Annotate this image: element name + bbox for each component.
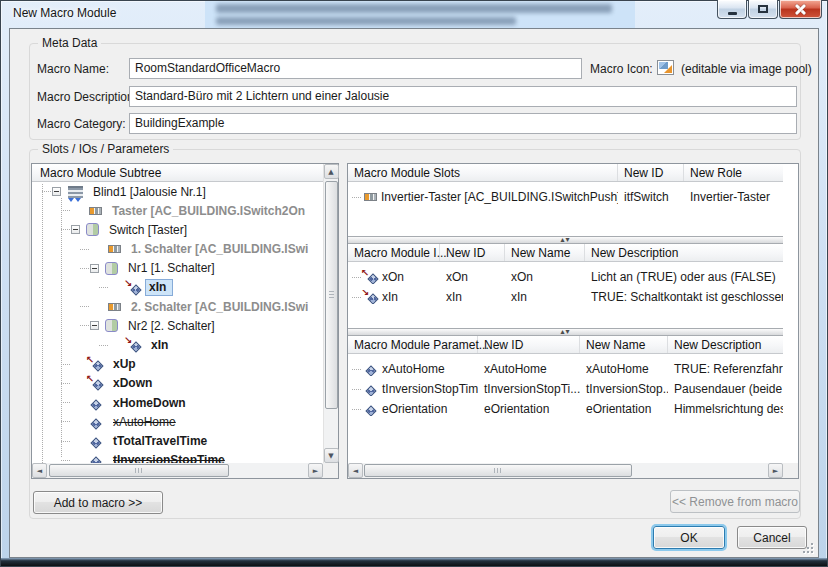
minimize-button[interactable] (717, 0, 747, 19)
diamond-icon (92, 361, 103, 372)
column-header[interactable]: New Name (580, 336, 668, 354)
tree-item[interactable]: Blind1 [Jalousie Nr.1] (32, 182, 323, 201)
tree-item[interactable]: ↖xUp (32, 355, 323, 374)
tree-item[interactable]: Taster [AC_BUILDING.ISwitch2On (32, 201, 323, 220)
tables-splitter[interactable] (348, 328, 783, 336)
tree-connector (80, 325, 89, 326)
tree-vertical-scrollbar[interactable]: ▲ ▼ (323, 164, 338, 463)
macro-description-input[interactable]: Standard-Büro mit 2 Lichtern und einer J… (129, 86, 797, 107)
dialog-body: Meta Data Macro Name: RoomStandardOffice… (9, 28, 819, 558)
cell-text: xIn (382, 290, 398, 304)
tree-item-label: xIn (145, 279, 173, 296)
tree-expander-icon[interactable] (52, 187, 61, 196)
scrollbar-thumb[interactable] (364, 464, 632, 477)
input-variable-icon: ↘ (125, 338, 142, 352)
close-button[interactable] (779, 0, 822, 19)
scroll-right-icon[interactable]: ► (308, 463, 323, 478)
table-cell: ↘xIn (348, 290, 440, 304)
scroll-right-icon[interactable]: ► (768, 463, 783, 478)
tree-expander-icon[interactable] (90, 264, 99, 273)
io-row[interactable]: ↘xInxInxInTRUE: Schaltkontakt ist geschl… (348, 287, 783, 307)
tables-horizontal-scrollbar[interactable]: ◄ ► (348, 463, 783, 478)
column-header[interactable]: New Description (585, 244, 783, 262)
row-connector (352, 369, 361, 370)
scroll-up-icon[interactable]: ▲ (324, 164, 339, 179)
tree-expander-icon[interactable] (90, 321, 99, 330)
tree-item[interactable]: xHomeDown (32, 393, 323, 412)
scrollbar-corner (783, 463, 798, 478)
output-variable-icon: ↖ (87, 376, 104, 390)
io-row[interactable]: ↖xOnxOnxOnLicht an (TRUE) oder aus (FALS… (348, 267, 783, 287)
column-header[interactable]: Macro Module I... (348, 244, 440, 262)
parameter-row[interactable]: tInversionStopTimetInversionStopTi...tIn… (348, 379, 783, 399)
tree-item[interactable]: ↖xDown (32, 374, 323, 393)
tree-item-label: xDown (110, 375, 155, 391)
tree-item-label: Switch [Taster] (106, 222, 190, 238)
table-cell: xAutoHome (348, 362, 478, 376)
tree-item[interactable]: Nr2 [2. Schalter] (32, 316, 323, 335)
row-connector (352, 297, 361, 298)
scroll-down-icon[interactable]: ▼ (324, 448, 339, 463)
tree-item[interactable]: Switch [Taster] (32, 220, 323, 239)
table-cell: eOrientation (348, 402, 478, 416)
tree-item[interactable]: 1. Schalter [AC_BUILDING.ISwi (32, 240, 323, 259)
parameter-row[interactable]: xAutoHomexAutoHomexAutoHomeTRUE: Referen… (348, 359, 783, 379)
tree-item[interactable]: 2. Schalter [AC_BUILDING.ISwi (32, 297, 323, 316)
table-header-row: Macro Module I...New IDNew NameNew Descr… (348, 244, 783, 262)
macro-name-label: Macro Name: (37, 62, 109, 76)
tree-connector (61, 229, 70, 230)
column-header[interactable]: Macro Module Slots (348, 164, 618, 182)
maximize-button[interactable] (748, 0, 778, 19)
jalousie-icon (68, 186, 83, 198)
scrollbar-thumb[interactable] (49, 464, 229, 477)
switch-icon (105, 319, 118, 332)
macro-name-input[interactable]: RoomStandardOfficeMacro (129, 58, 582, 79)
scroll-left-icon[interactable]: ◄ (32, 463, 47, 478)
tree-item-label: tTotalTravelTime (110, 433, 210, 449)
tree-item-label: xHomeDown (110, 395, 189, 411)
tree-item[interactable]: tInversionStopTime (32, 451, 323, 463)
variable-diamond-icon (87, 396, 104, 410)
tree-expander-icon[interactable] (71, 225, 80, 234)
tree-item[interactable]: ↘xIn (32, 278, 323, 297)
column-header[interactable]: New Name (505, 244, 585, 262)
background-app-glimpse (216, 4, 612, 13)
cell-text: tInversionStopTime (382, 382, 478, 396)
remove-from-macro-button[interactable]: << Remove from macro (670, 490, 800, 513)
table-cell: xOn (505, 270, 585, 284)
tree-item-label: xAutoHome (110, 414, 179, 430)
tables-splitter[interactable] (348, 236, 783, 244)
column-header[interactable]: New ID (440, 244, 505, 262)
ok-button[interactable]: OK (653, 526, 725, 549)
column-header[interactable]: New Description (668, 336, 783, 354)
tree-column-header[interactable]: Macro Module Subtree (32, 164, 323, 182)
diamond-icon (90, 437, 101, 448)
macro-category-input[interactable]: BuildingExample (129, 113, 797, 134)
tree-item[interactable]: Nr1 [1. Schalter] (32, 259, 323, 278)
titlebar[interactable]: New Macro Module (0, 0, 828, 28)
parameter-row[interactable]: eOrientationeOrientationeOrientationHimm… (348, 399, 783, 419)
tree-item[interactable]: tTotalTravelTime (32, 431, 323, 450)
scrollbar-thumb[interactable] (325, 181, 338, 409)
macro-image-icon[interactable] (657, 60, 674, 75)
add-to-macro-button[interactable]: Add to macro >> (33, 491, 163, 514)
table-cell: eOrientation (478, 402, 580, 416)
macro-description-label: Macro Description: (37, 90, 137, 104)
table-cell: Licht an (TRUE) oder aus (FALSE) (585, 270, 783, 284)
cancel-button[interactable]: Cancel (737, 526, 807, 549)
slot-row[interactable]: Invertier-Taster [AC_BUILDING.ISwitchPus… (348, 187, 783, 207)
column-header[interactable]: New ID (618, 164, 684, 182)
interface-icon (89, 207, 102, 215)
resize-grip[interactable] (802, 542, 813, 553)
tree-item[interactable]: ↘xIn (32, 336, 323, 355)
tree-item[interactable]: xAutoHome (32, 412, 323, 431)
scroll-left-icon[interactable]: ◄ (348, 463, 363, 478)
table-cell: xOn (440, 270, 505, 284)
table-rows: Invertier-Taster [AC_BUILDING.ISwitchPus… (348, 182, 783, 207)
diamond-icon (365, 385, 376, 396)
column-header[interactable]: New ID (478, 336, 580, 354)
column-header[interactable]: New Role (684, 164, 783, 182)
tree-horizontal-scrollbar[interactable]: ◄ ► (32, 463, 323, 478)
column-header[interactable]: Macro Module Paramet... (348, 336, 478, 354)
diamond-icon (92, 380, 103, 391)
